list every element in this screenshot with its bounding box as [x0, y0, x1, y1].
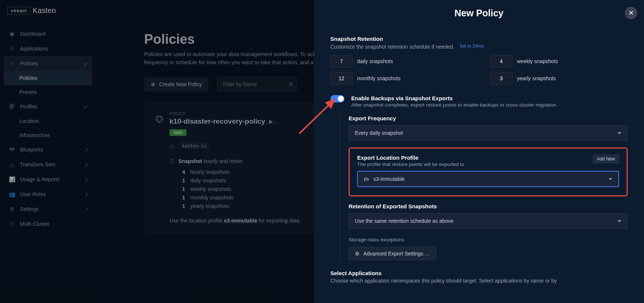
sidebar-item-applications[interactable]: ⠿Applications [4, 41, 92, 56]
sidebar-sub-infrastructure[interactable]: Infrastructure [4, 128, 92, 142]
namespace-tag: kasten-io [179, 143, 209, 149]
usage-icon: 📊 [8, 176, 16, 183]
filter-input[interactable] [217, 77, 297, 91]
ribbon-icon: ✪ [155, 114, 164, 125]
apps-icon: ⠿ [8, 45, 16, 52]
export-location-highlight: Add New Export Location Profile The prof… [349, 147, 628, 196]
daily-snapshots-input[interactable] [330, 55, 353, 68]
gear-icon: ⚙ [355, 251, 360, 257]
sidebar-item-usage[interactable]: 📊Usage & Reports [4, 172, 92, 187]
sidebar: ▣Dashboard ⠿Applications ✧Policies Polic… [0, 21, 96, 237]
sidebar-sub-presets[interactable]: Presets [4, 85, 92, 99]
policies-icon: ✧ [8, 60, 16, 67]
folder-icon: 🗁 [364, 176, 369, 182]
select-applications-sub: Choose which application namespaces this… [330, 278, 628, 284]
snapshot-retention-sub: Customize the snapshot retention schedul… [330, 44, 454, 50]
export-location-sub: The profile that restore points will be … [357, 162, 619, 167]
retention-exported-label: Retention of Exported Snapshots [349, 203, 628, 209]
sidebar-item-settings[interactable]: ⚙Settings [4, 202, 92, 216]
chevron-down-icon [618, 132, 621, 134]
sidebar-sub-location[interactable]: Location [4, 114, 92, 128]
panel-title: New Policy [454, 8, 504, 19]
set-to-zeros-link[interactable]: Set to Zeros [460, 43, 484, 49]
multicluster-icon: ⬡ [8, 220, 16, 228]
snapshot-retention-title: Snapshot Retention [330, 36, 383, 42]
sidebar-item-policies[interactable]: ✧Policies [4, 56, 92, 71]
enable-backups-toggle[interactable] [330, 95, 344, 102]
new-policy-panel: New Policy ✕ Snapshot Retention Customiz… [314, 0, 644, 303]
gear-icon: ⚙ [8, 205, 16, 213]
dashboard-icon: ▣ [8, 30, 16, 38]
calendar-icon: 🗓 [169, 158, 175, 164]
blueprints-icon: 🗺 [8, 146, 16, 153]
sidebar-item-dashboard[interactable]: ▣Dashboard [4, 26, 92, 41]
monthly-snapshots-input[interactable] [330, 72, 353, 85]
sidebar-item-transformsets[interactable]: △Transform Sets [4, 157, 92, 172]
close-button[interactable]: ✕ [625, 7, 637, 19]
chevron-down-icon [609, 178, 612, 180]
sidebar-item-multicluster[interactable]: ⬡Multi-Cluster [4, 216, 92, 231]
target-icon: ◎ [169, 143, 174, 149]
kasten-word: Kasten [33, 6, 56, 15]
roles-icon: 👥 [8, 190, 16, 198]
transform-icon: △ [8, 161, 16, 168]
enable-backups-title: Enable Backups via Snapshot Exports [351, 95, 557, 101]
export-location-select[interactable]: 🗁s3-immutable [357, 171, 619, 187]
brand-logo: veeam Kasten [7, 6, 56, 15]
weekly-snapshots-input[interactable] [490, 55, 512, 68]
storage-class-exceptions: Storage class exceptions [349, 237, 628, 242]
select-applications-title: Select Applications [330, 270, 628, 276]
terminal-icon[interactable]: ▶_ [269, 118, 276, 124]
advanced-export-settings-button[interactable]: ⚙Advanced Export Settings … [349, 247, 436, 260]
export-location-label: Export Location Profile [357, 154, 619, 161]
sidebar-item-userroles[interactable]: 👥User Roles [4, 187, 92, 202]
yearly-snapshots-input[interactable] [490, 72, 512, 85]
export-frequency-select[interactable]: Every daily snapshot [349, 125, 628, 141]
sidebar-sub-policies[interactable]: Policies [4, 71, 92, 85]
sidebar-item-profiles[interactable]: 🗐Profiles [4, 99, 92, 114]
clear-filter-icon[interactable]: ✕ [288, 81, 293, 88]
profiles-icon: 🗐 [8, 103, 16, 110]
enable-backups-sub: After snapshot completes, export restore… [351, 102, 557, 108]
chevron-down-icon [618, 220, 621, 222]
retention-exported-select[interactable]: Use the same retention schedule as above [349, 213, 628, 229]
plus-icon: ⊕ [151, 81, 155, 87]
status-badge: Valid [169, 129, 187, 136]
veeam-word: veeam [7, 7, 30, 14]
sidebar-item-blueprints[interactable]: 🗺Blueprints [4, 142, 92, 157]
create-policy-button[interactable]: ⊕ Create New Policy [144, 77, 208, 91]
add-new-profile-button[interactable]: Add New [593, 154, 619, 163]
export-frequency-label: Export Frequency [349, 115, 628, 121]
